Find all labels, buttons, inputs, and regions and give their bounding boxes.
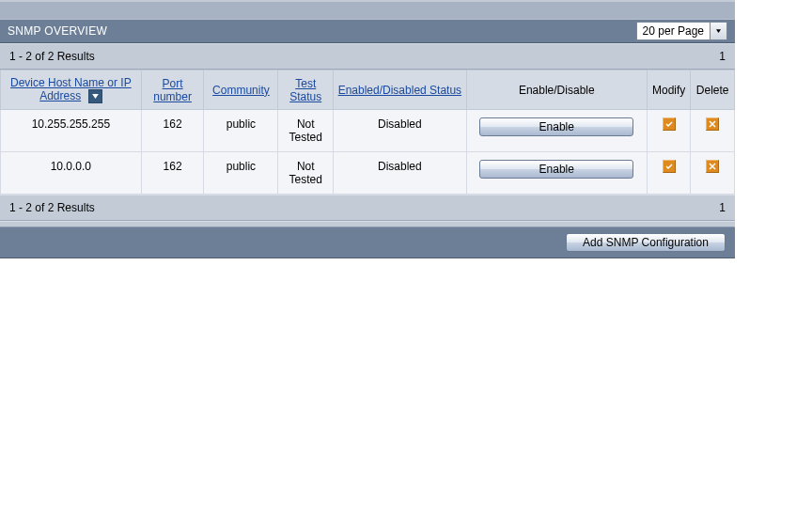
snmp-table: Device Host Name or IP Address Port numb… (0, 70, 735, 195)
delete-icon[interactable] (706, 117, 719, 131)
cell-test-status: Not Tested (278, 110, 334, 152)
cell-community: public (204, 152, 278, 195)
th-host[interactable]: Device Host Name or IP Address (10, 76, 132, 102)
enable-button[interactable]: Enable (479, 160, 633, 179)
page-title: SNMP OVERVIEW (8, 24, 107, 38)
per-page-label: 20 per Page (637, 24, 710, 38)
cell-enabled-status: Disabled (334, 110, 467, 152)
modify-icon[interactable] (663, 117, 676, 131)
table-row: 10.0.0.0 162 public Not Tested Disabled … (1, 152, 735, 195)
titlebar: SNMP OVERVIEW 20 per Page (0, 19, 735, 43)
results-label: 1 - 2 of 2 Results (9, 50, 95, 63)
results-page: 1 (719, 201, 726, 214)
cell-port: 162 (141, 110, 204, 152)
th-enable-disable: Enable/Disable (519, 84, 595, 97)
cell-port: 162 (141, 152, 204, 195)
cell-community: public (204, 110, 278, 152)
cell-enabled-status: Disabled (334, 152, 467, 195)
cell-host: 10.255.255.255 (1, 110, 142, 152)
results-label: 1 - 2 of 2 Results (9, 201, 95, 214)
th-modify: Modify (652, 84, 685, 97)
snmp-panel: SNMP OVERVIEW 20 per Page 1 - 2 of 2 Res… (0, 0, 735, 258)
sort-dropdown-icon[interactable] (88, 89, 102, 103)
table-header-row: Device Host Name or IP Address Port numb… (1, 70, 735, 110)
results-bar-bottom: 1 - 2 of 2 Results 1 (0, 195, 735, 221)
cell-test-status: Not Tested (278, 152, 334, 195)
results-bar-top: 1 - 2 of 2 Results 1 (0, 43, 735, 70)
th-enabled-status[interactable]: Enabled/Disabled Status (338, 84, 461, 97)
add-snmp-button[interactable]: Add SNMP Configuration (566, 233, 726, 252)
results-page: 1 (719, 50, 726, 63)
cell-host: 10.0.0.0 (1, 152, 142, 195)
table-row: 10.255.255.255 162 public Not Tested Dis… (1, 110, 735, 152)
modify-icon[interactable] (663, 160, 676, 173)
th-delete: Delete (696, 84, 729, 97)
per-page-select[interactable]: 20 per Page (636, 22, 727, 40)
footer-bar: Add SNMP Configuration (0, 226, 735, 258)
decoration-top (0, 2, 735, 19)
delete-icon[interactable] (706, 160, 719, 173)
th-community[interactable]: Community (212, 84, 270, 97)
th-test-status[interactable]: Test Status (289, 77, 321, 103)
chevron-down-icon (710, 23, 726, 39)
enable-button[interactable]: Enable (479, 117, 633, 136)
th-port[interactable]: Port number (153, 77, 192, 103)
